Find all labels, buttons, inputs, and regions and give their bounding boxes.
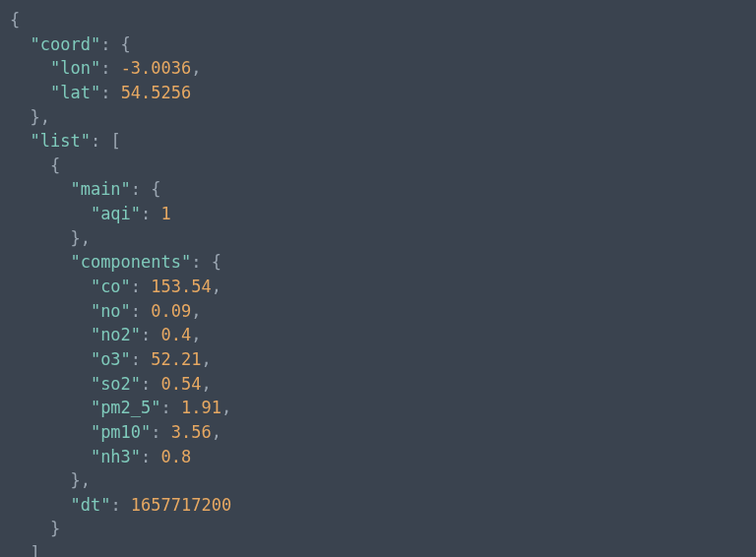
json-punct: [10, 374, 91, 394]
json-punct: [10, 422, 91, 442]
json-punct: :: [141, 204, 160, 223]
json-number: 0.54: [161, 374, 202, 394]
json-punct: [10, 277, 91, 296]
json-punct: },: [10, 107, 50, 127]
json-punct: ,: [212, 277, 221, 296]
code-line: },: [10, 468, 746, 493]
json-punct: ,: [191, 325, 201, 344]
json-punct: }: [10, 519, 60, 538]
json-punct: ,: [191, 301, 201, 321]
code-line: "so2": 0.54,: [10, 372, 746, 397]
json-punct: ,: [202, 374, 212, 394]
code-line: "nh3": 0.8: [10, 445, 746, 469]
json-punct: ,: [191, 58, 201, 78]
json-punct: [10, 447, 91, 466]
json-punct: : [: [91, 131, 121, 151]
json-punct: :: [161, 398, 181, 417]
code-line: "co": 153.54,: [10, 275, 746, 299]
json-number: 3.56: [171, 422, 212, 442]
json-punct: ]: [10, 543, 40, 557]
json-code-block: { "coord": { "lon": -3.0036, "lat": 54.5…: [10, 8, 746, 557]
code-line: "lat": 54.5256: [10, 81, 746, 105]
code-line: "list": [: [10, 129, 746, 154]
code-line: "pm2_5": 1.91,: [10, 396, 746, 420]
json-punct: ,: [221, 398, 231, 417]
json-key: "main": [70, 179, 130, 199]
code-line: {: [10, 8, 746, 32]
json-key: "lon": [50, 58, 100, 78]
json-punct: [10, 83, 50, 102]
json-key: "pm10": [91, 422, 151, 442]
json-key: "nh3": [91, 447, 141, 466]
json-key: "dt": [70, 495, 110, 515]
json-number: 52.21: [151, 349, 201, 369]
json-punct: :: [131, 277, 151, 296]
code-line: "aqi": 1: [10, 202, 746, 226]
json-key: "coord": [30, 34, 100, 54]
code-line: "o3": 52.21,: [10, 347, 746, 372]
json-punct: {: [10, 155, 60, 175]
json-key: "components": [70, 252, 191, 272]
json-punct: :: [100, 83, 120, 102]
json-punct: : {: [100, 34, 131, 54]
json-key: "list": [30, 131, 90, 151]
code-line: },: [10, 105, 746, 130]
code-line: "dt": 1657717200: [10, 493, 746, 518]
code-line: "lon": -3.0036,: [10, 56, 746, 81]
json-number: 0.4: [161, 325, 192, 344]
json-punct: :: [151, 422, 170, 442]
json-punct: [10, 58, 50, 78]
json-key: "lat": [50, 83, 100, 102]
code-line: },: [10, 226, 746, 251]
json-punct: : {: [191, 252, 221, 272]
code-line: "no": 0.09,: [10, 299, 746, 324]
json-punct: [10, 204, 91, 223]
json-punct: :: [131, 349, 151, 369]
json-punct: [10, 301, 91, 321]
json-number: 153.54: [151, 277, 211, 296]
code-line: ]: [10, 541, 746, 557]
json-punct: [10, 131, 30, 151]
code-line: "no2": 0.4,: [10, 323, 746, 347]
json-punct: :: [100, 58, 120, 78]
json-key: "no2": [91, 325, 141, 344]
json-punct: [10, 252, 70, 272]
code-line: }: [10, 517, 746, 541]
json-number: 0.09: [151, 301, 191, 321]
json-key: "no": [91, 301, 131, 321]
json-punct: },: [10, 470, 91, 490]
json-punct: ,: [202, 349, 212, 369]
json-number: 1657717200: [131, 495, 231, 515]
json-punct: :: [141, 374, 160, 394]
json-punct: :: [131, 301, 151, 321]
json-punct: [10, 398, 91, 417]
json-number: -3.0036: [121, 58, 192, 78]
code-line: {: [10, 154, 746, 178]
json-punct: :: [141, 447, 160, 466]
code-line: "pm10": 3.56,: [10, 420, 746, 445]
code-line: "coord": {: [10, 32, 746, 57]
json-punct: },: [10, 228, 91, 248]
json-punct: [10, 349, 91, 369]
json-number: 0.8: [161, 447, 192, 466]
json-punct: :: [141, 325, 160, 344]
json-number: 1.91: [181, 398, 221, 417]
code-line: "components": {: [10, 250, 746, 275]
json-key: "pm2_5": [91, 398, 161, 417]
json-key: "so2": [91, 374, 141, 394]
json-punct: [10, 34, 30, 54]
json-key: "o3": [91, 349, 131, 369]
json-punct: ,: [212, 422, 221, 442]
json-key: "co": [91, 277, 131, 296]
json-punct: {: [10, 10, 20, 30]
json-number: 1: [161, 204, 171, 223]
json-key: "aqi": [91, 204, 141, 223]
json-punct: [10, 179, 70, 199]
json-punct: :: [110, 495, 130, 515]
json-punct: : {: [131, 179, 161, 199]
code-line: "main": {: [10, 177, 746, 202]
json-number: 54.5256: [121, 83, 192, 102]
json-punct: [10, 325, 91, 344]
json-punct: [10, 495, 70, 515]
